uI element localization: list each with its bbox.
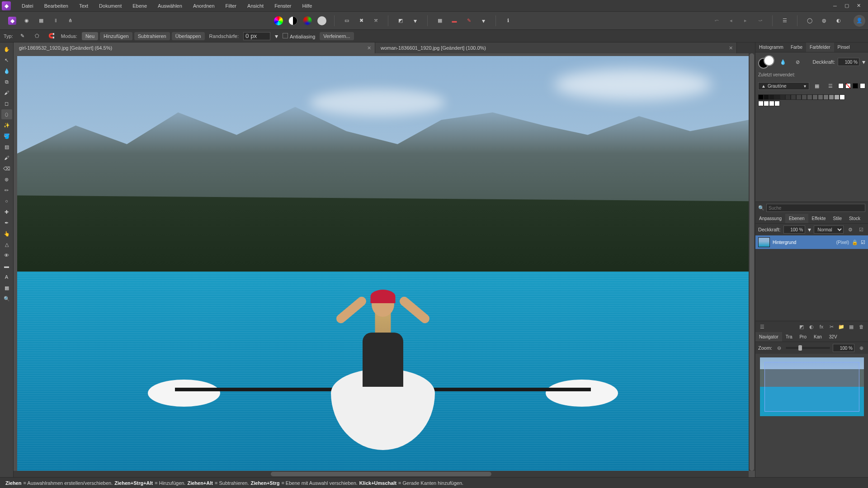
polygon-type-icon[interactable]: ⬠	[32, 31, 42, 41]
persona-photo-icon[interactable]: ◆	[6, 15, 18, 27]
dodge-tool-icon[interactable]: ○	[1, 196, 12, 206]
menu-bearbeiten[interactable]: Bearbeiten	[39, 1, 74, 10]
redeye-tool-icon[interactable]: 👁	[1, 250, 12, 260]
vertical-scrollbar[interactable]	[749, 53, 755, 471]
swatch[interactable]	[802, 94, 807, 100]
navigator-thumbnail[interactable]	[760, 357, 864, 416]
gradient-tool-icon[interactable]: ▨	[1, 142, 12, 152]
panel-tab-farbe[interactable]: Farbe	[787, 42, 806, 52]
opacity-input[interactable]	[838, 58, 859, 66]
selection-cross-icon[interactable]: ✖	[355, 15, 367, 27]
maximize-button[interactable]: ▢	[843, 2, 851, 10]
zoom-tool-icon[interactable]: 🔍	[1, 294, 12, 304]
layer-visible-icon[interactable]: ☑	[857, 225, 865, 234]
layer-row[interactable]: Hintergrund (Pixel) 🔒 ☑	[755, 235, 868, 249]
marquee-tool-icon[interactable]: ◻	[1, 99, 12, 108]
document-tab[interactable]: girl-1869532_1920.jpg [Geändert] (64.5%)…	[14, 42, 375, 53]
arrange-back-icon[interactable]: ⤺	[711, 15, 722, 27]
geom-add-icon[interactable]: ◯	[804, 15, 816, 27]
search-input[interactable]	[766, 204, 865, 212]
rgb-icon[interactable]	[302, 15, 313, 27]
swatch[interactable]	[758, 101, 764, 106]
inpaint-tool-icon[interactable]: ✏	[1, 185, 12, 195]
menu-text[interactable]: Text	[74, 1, 94, 10]
fg-bg-color-icon[interactable]	[758, 55, 774, 69]
arrange-backward-icon[interactable]: ◂	[725, 15, 737, 27]
swatch[interactable]	[796, 94, 802, 100]
antialias-checkbox[interactable]: Antialiasing	[283, 33, 315, 39]
panel-tab-kan[interactable]: Kan	[810, 332, 826, 342]
menu-ansicht[interactable]: Ansicht	[242, 1, 269, 10]
menu-dokument[interactable]: Dokument	[94, 1, 127, 10]
swatch[interactable]	[791, 94, 796, 100]
swatch-white[interactable]	[838, 83, 844, 89]
lock-icon[interactable]: 🔒	[852, 239, 858, 245]
swatch[interactable]	[764, 101, 769, 106]
close-button[interactable]: ✕	[854, 2, 863, 10]
swatch-black[interactable]	[853, 83, 858, 89]
quickmask-icon[interactable]: ◩	[395, 15, 406, 27]
menu-fenster[interactable]: Fenster	[269, 1, 297, 10]
panel-tab-farbfelder[interactable]: Farbfelder	[806, 42, 834, 52]
delete-layer-icon[interactable]: 🗑	[857, 323, 865, 331]
panel-tab-ebenen[interactable]: Ebenen	[785, 214, 808, 223]
mesh-tool-icon[interactable]: ▩	[1, 283, 12, 293]
mode-neu[interactable]: Neu	[82, 32, 98, 40]
color-picker-tool-icon[interactable]: 💧	[1, 66, 12, 76]
zoom-input[interactable]	[833, 344, 854, 352]
minimize-button[interactable]: ─	[831, 2, 839, 10]
info-icon[interactable]: ℹ	[502, 15, 514, 27]
menu-ebene[interactable]: Ebene	[127, 1, 152, 10]
visible-checkbox[interactable]: ☑	[861, 239, 865, 245]
palette-grid-icon[interactable]: ▦	[811, 80, 823, 92]
navigator-viewport[interactable]	[764, 362, 859, 412]
magnetic-type-icon[interactable]: 🧲	[47, 31, 57, 41]
geom-subtract-icon[interactable]: ◍	[818, 15, 830, 27]
swatch[interactable]	[769, 94, 774, 100]
chevron-down-icon[interactable]: ▾	[808, 226, 811, 233]
layer-opacity-input[interactable]	[783, 225, 805, 234]
swatch[interactable]	[764, 94, 769, 100]
layer-gear-icon[interactable]: ⚙	[846, 225, 854, 234]
menu-anordnen[interactable]: Anordnen	[188, 1, 220, 10]
swatch[interactable]	[818, 94, 823, 100]
account-icon[interactable]: 👤	[854, 15, 865, 27]
mode-hinzufügen[interactable]: Hinzufügen	[100, 32, 132, 40]
chevron-down-icon[interactable]: ▾	[862, 59, 865, 65]
menu-datei[interactable]: Datei	[16, 1, 39, 10]
arrange-forward-icon[interactable]: ▸	[740, 15, 751, 27]
chevron-down-icon[interactable]: ▾	[275, 33, 278, 39]
persona-liquify-icon[interactable]: ◉	[21, 15, 33, 27]
swatch[interactable]	[774, 94, 780, 100]
group-icon[interactable]: 📁	[837, 323, 845, 331]
crop-layer-icon[interactable]: ✂	[827, 323, 835, 331]
freehand-type-icon[interactable]: ✎	[18, 31, 28, 41]
swatch[interactable]	[807, 94, 812, 100]
canvas[interactable]	[17, 56, 749, 471]
none-color-icon[interactable]: ⊘	[792, 56, 803, 68]
geom-intersect-icon[interactable]: ◐	[833, 15, 844, 27]
grey-icon[interactable]	[316, 15, 328, 27]
swatch[interactable]	[840, 94, 845, 100]
grid-red-icon[interactable]: ▬	[448, 15, 460, 27]
swatch[interactable]	[785, 94, 791, 100]
panel-tab-stile[interactable]: Stile	[829, 214, 845, 223]
view-tool-icon[interactable]: ✋	[1, 44, 12, 54]
panel-tab-navigator[interactable]: Navigator	[755, 332, 782, 342]
align-icon[interactable]: ☰	[779, 15, 791, 27]
swatch[interactable]	[758, 94, 764, 100]
palette-menu-icon[interactable]: ☰	[825, 80, 836, 92]
menu-filter[interactable]: Filter	[220, 1, 242, 10]
tab-close-icon[interactable]: ✕	[729, 45, 733, 51]
color-wheel-icon[interactable]	[273, 15, 284, 27]
panel-tab-anpassung[interactable]: Anpassung	[755, 214, 785, 223]
clone-tool-icon[interactable]: ⊛	[1, 174, 12, 184]
swatch-none[interactable]	[845, 83, 851, 89]
swatch[interactable]	[829, 94, 834, 100]
refine-icon[interactable]: ✎	[463, 15, 475, 27]
panel-tab-histogramm[interactable]: Histogramm	[755, 42, 787, 52]
fx-icon[interactable]: fx	[817, 323, 826, 331]
swatch[interactable]	[769, 101, 774, 106]
pen-tool-icon[interactable]: ✒	[1, 218, 12, 228]
mode-überlappen[interactable]: Überlappen	[172, 32, 205, 40]
